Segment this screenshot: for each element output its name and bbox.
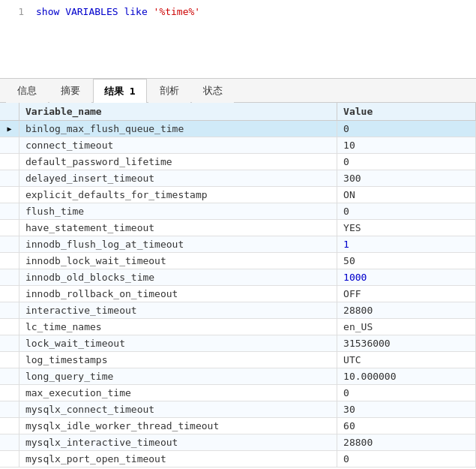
cell-variable-name: long_query_time — [19, 368, 337, 385]
cell-value: 0 — [337, 203, 476, 220]
line-numbers: 1 — [0, 3, 30, 75]
table-row[interactable]: long_query_time10.000000 — [0, 368, 476, 385]
cell-value: 1000 — [337, 269, 476, 286]
cell-variable-name: have_statement_timeout — [19, 220, 337, 236]
cell-value: ON — [337, 187, 476, 203]
row-indicator — [0, 385, 19, 401]
cell-value: 30 — [337, 401, 476, 418]
table-header-row: Variable_name Value — [0, 103, 476, 121]
cell-value: 0 — [337, 385, 476, 401]
cell-value: 1 — [337, 236, 476, 253]
table-row[interactable]: lc_time_namesen_US — [0, 319, 476, 335]
tab-info[interactable]: 信息 — [6, 79, 48, 103]
sql-string-pattern: '%time%' — [154, 6, 201, 17]
table-body: ▶binlog_max_flush_queue_time0connect_tim… — [0, 121, 476, 467]
cell-value: UTC — [337, 352, 476, 368]
cell-variable-name: default_password_lifetime — [19, 154, 337, 170]
table-row[interactable]: innodb_rollback_on_timeoutOFF — [0, 286, 476, 302]
row-indicator — [0, 319, 19, 335]
table-row[interactable]: innodb_lock_wait_timeout50 — [0, 253, 476, 269]
cell-value: en_US — [337, 319, 476, 335]
row-indicator — [0, 236, 19, 253]
table-row[interactable]: innodb_flush_log_at_timeout1 — [0, 236, 476, 253]
cell-value: OFF — [337, 286, 476, 302]
table-row[interactable]: mysqlx_port_open_timeout0 — [0, 451, 476, 467]
results-container: Variable_name Value ▶binlog_max_flush_qu… — [0, 103, 476, 469]
tab-status[interactable]: 状态 — [192, 79, 234, 103]
cell-variable-name: mysqlx_port_open_timeout — [19, 451, 337, 467]
tabs-bar: 信息 摘要 结果 1 剖析 状态 — [0, 79, 476, 103]
cell-variable-name: innodb_old_blocks_time — [19, 269, 337, 286]
header-indicator — [0, 103, 19, 121]
row-indicator — [0, 352, 19, 368]
row-indicator — [0, 154, 19, 170]
table-row[interactable]: have_statement_timeoutYES — [0, 220, 476, 236]
cell-variable-name: binlog_max_flush_queue_time — [19, 121, 337, 137]
row-indicator — [0, 451, 19, 467]
table-row[interactable]: mysqlx_connect_timeout30 — [0, 401, 476, 418]
row-indicator — [0, 203, 19, 220]
sql-keyword-show: show — [36, 6, 59, 17]
cell-value: YES — [337, 220, 476, 236]
row-indicator — [0, 220, 19, 236]
table-row[interactable]: log_timestampsUTC — [0, 352, 476, 368]
cell-variable-name: flush_time — [19, 203, 337, 220]
table-row[interactable]: mysqlx_interactive_timeout28800 — [0, 434, 476, 451]
table-row[interactable]: ▶binlog_max_flush_queue_time0 — [0, 121, 476, 137]
line-number-1: 1 — [6, 6, 24, 17]
row-indicator — [0, 269, 19, 286]
cell-variable-name: lock_wait_timeout — [19, 335, 337, 352]
cell-variable-name: mysqlx_interactive_timeout — [19, 434, 337, 451]
cell-variable-name: connect_timeout — [19, 137, 337, 154]
tab-result1[interactable]: 结果 1 — [93, 79, 147, 103]
tab-summary[interactable]: 摘要 — [49, 79, 91, 103]
tab-analyze[interactable]: 剖析 — [148, 79, 190, 103]
cell-variable-name: explicit_defaults_for_timestamp — [19, 187, 337, 203]
table-row[interactable]: mysqlx_idle_worker_thread_timeout60 — [0, 418, 476, 434]
cell-value: 0 — [337, 154, 476, 170]
cell-value: 0 — [337, 451, 476, 467]
cell-variable-name: mysqlx_connect_timeout — [19, 401, 337, 418]
results-table: Variable_name Value ▶binlog_max_flush_qu… — [0, 103, 476, 467]
table-row[interactable]: lock_wait_timeout31536000 — [0, 335, 476, 352]
row-indicator: ▶ — [0, 121, 19, 137]
row-indicator — [0, 418, 19, 434]
sql-keyword-like: like — [124, 6, 147, 17]
table-row[interactable]: explicit_defaults_for_timestampON — [0, 187, 476, 203]
cell-value: 28800 — [337, 434, 476, 451]
cell-value: 28800 — [337, 302, 476, 319]
table-row[interactable]: flush_time0 — [0, 203, 476, 220]
cell-variable-name: innodb_flush_log_at_timeout — [19, 236, 337, 253]
row-indicator — [0, 253, 19, 269]
row-indicator — [0, 187, 19, 203]
cell-value: 60 — [337, 418, 476, 434]
table-row[interactable]: connect_timeout10 — [0, 137, 476, 154]
table-row[interactable]: max_execution_time0 — [0, 385, 476, 401]
sql-editor[interactable]: 1 show VARIABLES like '%time%' — [0, 0, 476, 79]
cell-value: 31536000 — [337, 335, 476, 352]
cell-variable-name: interactive_timeout — [19, 302, 337, 319]
row-indicator — [0, 401, 19, 418]
table-row[interactable]: innodb_old_blocks_time1000 — [0, 269, 476, 286]
cell-variable-name: lc_time_names — [19, 319, 337, 335]
row-indicator — [0, 286, 19, 302]
row-indicator — [0, 302, 19, 319]
header-value: Value — [337, 103, 476, 121]
cell-variable-name: delayed_insert_timeout — [19, 170, 337, 187]
sql-code[interactable]: show VARIABLES like '%time%' — [30, 3, 476, 75]
cell-variable-name: innodb_lock_wait_timeout — [19, 253, 337, 269]
header-variable-name: Variable_name — [19, 103, 337, 121]
cell-value: 300 — [337, 170, 476, 187]
row-indicator — [0, 170, 19, 187]
cell-value: 10 — [337, 137, 476, 154]
cell-value: 10.000000 — [337, 368, 476, 385]
table-row[interactable]: default_password_lifetime0 — [0, 154, 476, 170]
table-row[interactable]: delayed_insert_timeout300 — [0, 170, 476, 187]
sql-keyword-variables: VARIABLES — [65, 6, 118, 17]
cell-variable-name: log_timestamps — [19, 352, 337, 368]
cell-value: 0 — [337, 121, 476, 137]
row-indicator — [0, 368, 19, 385]
table-row[interactable]: interactive_timeout28800 — [0, 302, 476, 319]
cell-variable-name: mysqlx_idle_worker_thread_timeout — [19, 418, 337, 434]
cell-variable-name: innodb_rollback_on_timeout — [19, 286, 337, 302]
